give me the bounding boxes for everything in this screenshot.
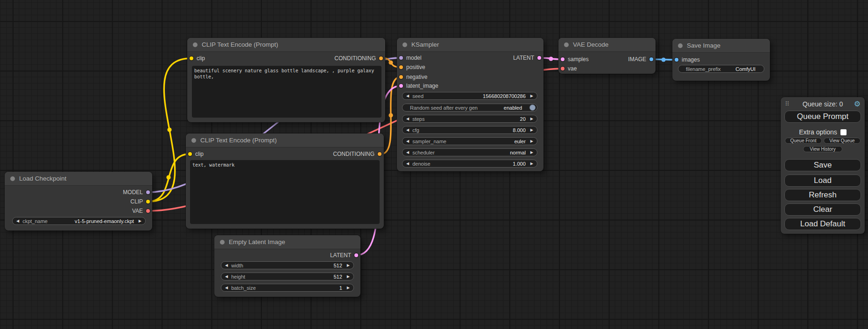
output-port-model[interactable] xyxy=(146,190,150,194)
widget-value[interactable]: euler xyxy=(514,139,525,144)
decrement-arrow-icon[interactable]: ◀ xyxy=(406,94,409,98)
refresh-button[interactable]: Refresh xyxy=(784,189,861,201)
collapse-dot-icon[interactable] xyxy=(193,42,198,47)
prompt-textarea[interactable]: text, watermark xyxy=(190,160,380,224)
collapse-dot-icon[interactable] xyxy=(564,42,569,47)
widget-value[interactable]: enabled xyxy=(504,105,522,111)
decrement-arrow-icon[interactable]: ◀ xyxy=(225,264,228,267)
slot-row: negative xyxy=(397,72,543,82)
node-title: CLIP Text Encode (Prompt) xyxy=(200,137,277,144)
input-port-clip[interactable] xyxy=(188,152,192,156)
node-title-bar[interactable]: CLIP Text Encode (Prompt) xyxy=(186,133,384,147)
output-label: IMAGE xyxy=(628,56,646,63)
random-seed-toggle-widget[interactable]: Random seed after every gen enabled xyxy=(402,104,537,112)
increment-arrow-icon[interactable]: ▶ xyxy=(530,151,533,154)
input-port-positive[interactable] xyxy=(399,65,403,69)
input-port-model[interactable] xyxy=(399,56,403,60)
node-title-bar[interactable]: CLIP Text Encode (Prompt) xyxy=(187,38,385,52)
decrement-arrow-icon[interactable]: ◀ xyxy=(406,128,409,132)
scheduler-widget[interactable]: ◀ scheduler normal ▶ xyxy=(402,148,537,156)
widget-value[interactable]: 20 xyxy=(520,116,526,122)
view-history-button[interactable]: View History xyxy=(803,146,842,152)
widget-value[interactable]: v1-5-pruned-emaonly.ckpt xyxy=(75,218,134,224)
input-label: latent_image xyxy=(406,83,438,89)
decrement-arrow-icon[interactable]: ◀ xyxy=(406,151,409,154)
input-port-negative[interactable] xyxy=(399,75,403,79)
widget-name: scheduler xyxy=(412,150,435,155)
view-queue-button[interactable]: View Queue xyxy=(824,138,861,144)
filename-prefix-widget[interactable]: filename_prefix ComfyUI xyxy=(678,65,764,73)
widget-value[interactable]: 1 xyxy=(339,285,342,291)
decrement-arrow-icon[interactable]: ◀ xyxy=(225,275,228,279)
decrement-arrow-icon[interactable]: ◀ xyxy=(225,286,228,290)
node-title-bar[interactable]: Save Image xyxy=(672,39,770,53)
cfg-widget[interactable]: ◀ cfg 8.000 ▶ xyxy=(402,126,537,134)
collapse-dot-icon[interactable] xyxy=(678,43,683,48)
input-port-vae[interactable] xyxy=(561,67,565,70)
graph-canvas[interactable]: Load Checkpoint MODEL CLIP VAE ◀ ckpt_na… xyxy=(0,0,868,329)
steps-widget[interactable]: ◀ steps 20 ▶ xyxy=(402,115,537,123)
load-default-button[interactable]: Load Default xyxy=(784,218,861,230)
output-port-clip[interactable] xyxy=(146,200,150,203)
toggle-knob-icon[interactable] xyxy=(529,105,536,111)
output-port-latent[interactable] xyxy=(537,56,541,60)
output-port-conditioning[interactable] xyxy=(379,56,383,60)
increment-arrow-icon[interactable]: ▶ xyxy=(530,128,533,132)
queue-prompt-button[interactable]: Queue Prompt xyxy=(784,111,861,123)
save-button[interactable]: Save xyxy=(784,159,861,171)
increment-arrow-icon[interactable]: ▶ xyxy=(530,162,533,166)
output-port-image[interactable] xyxy=(649,57,653,61)
queue-panel: ⠿ Queue size: 0 ⚙ Queue Prompt Extra opt… xyxy=(781,97,865,234)
denoise-widget[interactable]: ◀ denoise 1.000 ▶ xyxy=(402,160,537,168)
widget-value[interactable]: 512 xyxy=(333,263,342,268)
decrement-arrow-icon[interactable]: ◀ xyxy=(406,162,409,166)
increment-arrow-icon[interactable]: ▶ xyxy=(530,94,533,98)
node-title-bar[interactable]: Load Checkpoint xyxy=(5,172,152,186)
output-port-vae[interactable] xyxy=(146,209,150,213)
sampler-name-widget[interactable]: ◀ sampler_name euler ▶ xyxy=(402,137,537,145)
collapse-dot-icon[interactable] xyxy=(220,240,225,245)
extra-options-checkbox[interactable] xyxy=(840,129,847,135)
output-port-latent[interactable] xyxy=(354,253,358,257)
load-button[interactable]: Load xyxy=(784,175,861,187)
seed-widget[interactable]: ◀ seed 156680208700286 ▶ xyxy=(402,92,537,100)
widget-value[interactable]: 8.000 xyxy=(513,127,526,133)
prompt-textarea[interactable]: beautiful scenery nature glass bottle la… xyxy=(192,66,381,118)
widget-value[interactable]: 156680208700286 xyxy=(483,93,526,99)
width-widget[interactable]: ◀ width 512 ▶ xyxy=(221,261,354,269)
widget-value[interactable]: 1.000 xyxy=(513,161,526,167)
increment-arrow-icon[interactable]: ▶ xyxy=(139,219,141,223)
widget-name: height xyxy=(231,274,245,280)
node-clip-text-encode-positive: CLIP Text Encode (Prompt) clip CONDITION… xyxy=(187,38,385,122)
input-port-clip[interactable] xyxy=(190,56,193,60)
increment-arrow-icon[interactable]: ▶ xyxy=(530,117,533,121)
increment-arrow-icon[interactable]: ▶ xyxy=(347,275,350,279)
widget-value[interactable]: 512 xyxy=(333,274,342,280)
increment-arrow-icon[interactable]: ▶ xyxy=(347,286,350,290)
height-widget[interactable]: ◀ height 512 ▶ xyxy=(221,273,354,280)
input-port-samples[interactable] xyxy=(561,57,565,61)
queue-front-button[interactable]: Queue Front xyxy=(785,138,822,144)
ckpt-name-widget[interactable]: ◀ ckpt_name v1-5-pruned-emaonly.ckpt ▶ xyxy=(12,217,146,225)
widget-value[interactable]: ComfyUI xyxy=(735,66,755,72)
link-dot xyxy=(549,56,553,61)
widget-value[interactable]: normal xyxy=(510,150,526,155)
increment-arrow-icon[interactable]: ▶ xyxy=(530,140,533,143)
collapse-dot-icon[interactable] xyxy=(191,138,196,143)
collapse-dot-icon[interactable] xyxy=(402,42,407,47)
settings-gear-icon[interactable]: ⚙ xyxy=(854,100,861,108)
node-title-bar[interactable]: VAE Decode xyxy=(558,38,656,52)
increment-arrow-icon[interactable]: ▶ xyxy=(347,264,350,267)
input-port-latent-image[interactable] xyxy=(399,84,403,88)
input-label: samples xyxy=(568,56,589,63)
node-title-bar[interactable]: Empty Latent Image xyxy=(214,235,360,249)
batch-size-widget[interactable]: ◀ batch_size 1 ▶ xyxy=(221,284,354,292)
input-port-images[interactable] xyxy=(675,58,678,62)
decrement-arrow-icon[interactable]: ◀ xyxy=(406,140,409,143)
output-port-conditioning[interactable] xyxy=(378,152,381,156)
collapse-dot-icon[interactable] xyxy=(10,176,15,181)
decrement-arrow-icon[interactable]: ◀ xyxy=(16,219,19,223)
clear-button[interactable]: Clear xyxy=(784,203,861,216)
decrement-arrow-icon[interactable]: ◀ xyxy=(406,117,409,121)
node-title-bar[interactable]: KSampler xyxy=(397,38,543,52)
